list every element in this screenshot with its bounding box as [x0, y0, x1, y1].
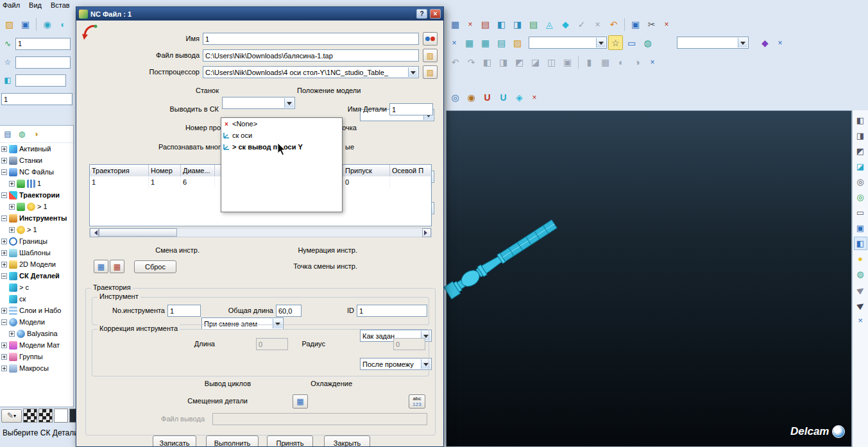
toolpath-list-button[interactable]: ▦ [94, 260, 108, 273]
expand-icon[interactable] [1, 366, 7, 371]
tree-item-2dmodels[interactable]: 2D Модели [0, 258, 73, 270]
zoom-out-icon[interactable]: ◎ [854, 175, 867, 189]
close-measurebar-icon[interactable]: × [528, 91, 541, 104]
delete-icon[interactable]: × [464, 18, 477, 31]
expand-icon[interactable] [9, 227, 15, 233]
tool-no-input[interactable]: 1 [167, 305, 201, 317]
zoom-window-icon[interactable]: ▭ [854, 206, 867, 219]
cursor-icon[interactable]: ▶ [851, 280, 868, 299]
tree-item-workplane-1[interactable]: > с [0, 282, 73, 293]
tree-item-machines[interactable]: Станки [0, 155, 73, 166]
baluster-model[interactable] [441, 207, 576, 316]
expand-icon[interactable] [9, 181, 15, 187]
cube-pair-icon[interactable]: ◧ [494, 17, 509, 31]
star-icon[interactable]: ☆ [1, 56, 14, 69]
block-icon[interactable]: ◉ [40, 17, 55, 31]
parameters-button[interactable] [423, 32, 438, 46]
wave-icon[interactable]: ∿ [1, 37, 14, 50]
view-iso3-icon[interactable]: ◩ [512, 55, 527, 69]
view-right-icon[interactable]: ◪ [854, 160, 867, 173]
expand-icon[interactable] [1, 146, 7, 152]
gem-icon[interactable]: ◈ [512, 90, 527, 105]
expand-icon[interactable] [1, 239, 7, 244]
col-diameter[interactable]: Диаме... [181, 165, 215, 176]
view-iso2-icon[interactable]: ◨ [496, 55, 511, 69]
shade-half2-icon[interactable]: ◑ [630, 55, 645, 69]
expand-icon[interactable] [1, 250, 7, 256]
reset-button[interactable]: Сброс [134, 260, 176, 273]
save-project-icon[interactable]: ▣ [18, 17, 33, 31]
view-top-icon[interactable]: ▣ [560, 55, 575, 69]
orient-prev-icon[interactable]: ↶ [448, 55, 463, 69]
scissors-icon[interactable]: ✂ [644, 17, 659, 31]
tree-item-macros[interactable]: Макросы [0, 362, 73, 374]
collapse-icon[interactable] [1, 319, 7, 325]
col-toolpath[interactable]: Траектория [90, 165, 149, 176]
close-viewbar-icon[interactable]: × [646, 56, 659, 69]
view-front-icon[interactable]: ◩ [854, 144, 867, 158]
collapse-icon[interactable] [1, 192, 7, 198]
accept-button[interactable]: Принять [267, 435, 313, 447]
grid-table-icon[interactable]: ▦ [462, 35, 477, 50]
tree-item-ncfiles[interactable]: NC Файлы [0, 166, 73, 178]
collapse-icon[interactable] [1, 169, 7, 175]
close-panel-icon[interactable]: × [774, 37, 787, 49]
offset-table-button[interactable]: ▦ [293, 394, 308, 409]
scroll-thumb[interactable] [99, 228, 177, 237]
collapse-icon[interactable] [1, 215, 7, 221]
open-folder-icon[interactable]: ▨ [510, 35, 525, 50]
dialog-titlebar[interactable]: NC Файл : 1 ? × [76, 7, 443, 21]
tree-item-ncfile-1[interactable]: 1 [0, 178, 73, 189]
undo-icon[interactable]: ↶ [606, 17, 621, 31]
browse-postprocessor-button[interactable]: ▨ [423, 65, 438, 79]
tree-item-groups[interactable]: Группы [0, 351, 73, 362]
sphere-view-icon[interactable]: ● [854, 252, 867, 266]
macro-tool-icon[interactable]: ◆ [758, 35, 772, 50]
expand-icon[interactable] [1, 342, 7, 348]
globe-icon[interactable]: ◍ [640, 35, 655, 50]
tree-item-active[interactable]: Активный [0, 143, 73, 155]
col-allowance[interactable]: Припуск [343, 165, 390, 176]
grid-view-icon[interactable]: ▦ [598, 55, 613, 69]
name-input[interactable]: 1 [203, 33, 419, 45]
total-length-input[interactable]: 60,0 [276, 305, 302, 317]
split-view-icon[interactable]: ▮ [582, 55, 597, 69]
undercut2-icon[interactable]: U [496, 90, 511, 105]
shading-checker2-icon[interactable] [38, 409, 53, 423]
monitor-icon[interactable]: ▭ [624, 35, 639, 50]
clamp-icon[interactable]: ◑ [30, 128, 42, 140]
close-view-icon[interactable]: × [448, 37, 461, 49]
tree-item-toolpaths[interactable]: Траектории [0, 189, 73, 201]
menu-file[interactable]: Файл [3, 1, 20, 9]
part-name-input[interactable]: 1 [389, 103, 433, 115]
tree-item-models[interactable]: Модели [0, 316, 73, 328]
output-file-input[interactable]: C:\Users\Nik\Downloads\балясина-1.tap [203, 49, 419, 62]
tree-item-workplane-2[interactable]: ск [0, 293, 73, 305]
view-iso1-icon[interactable]: ◧ [480, 55, 495, 69]
browse-output-button[interactable]: ▨ [423, 49, 438, 62]
chevron-down-icon[interactable] [408, 67, 418, 77]
stock-icon[interactable]: ◐ [56, 17, 71, 31]
cs-option-axes[interactable]: ск оси [221, 130, 342, 141]
tree-item-model-balyasina[interactable]: Balyasina [0, 328, 73, 339]
help-button[interactable]: ? [416, 9, 427, 19]
search-star-icon[interactable]: ☆ [608, 35, 623, 50]
graduate-cap-icon[interactable]: ◬ [542, 17, 557, 31]
stack-icon[interactable]: ▤ [526, 17, 541, 31]
view-top-icon[interactable]: ◨ [854, 129, 867, 142]
abc123-button[interactable]: abc 123 [409, 394, 425, 409]
draw-mode-combo[interactable]: ✎▾ [1, 409, 22, 423]
open-project-icon[interactable]: ▨ [2, 17, 17, 31]
pick-cursor-icon[interactable]: ▶ [851, 296, 868, 314]
cube-pair2-icon[interactable]: ◨ [510, 17, 525, 31]
table-icon[interactable]: ▤ [478, 17, 493, 31]
tree-item-templates[interactable]: Шаблоны [0, 247, 73, 258]
view-iso-icon[interactable]: ◧ [854, 114, 867, 127]
cs-dropdown-list[interactable]: × <None> ск оси > ск вывод по оси Y [221, 117, 343, 212]
cube-dropdown-icon[interactable]: ◧ [1, 74, 14, 87]
toolpath-combo[interactable] [529, 37, 607, 49]
table-scrollbar[interactable] [89, 228, 432, 237]
shade-half1-icon[interactable]: ◐ [614, 55, 629, 69]
expand-icon[interactable] [9, 204, 15, 210]
shading-checker-icon[interactable] [23, 409, 37, 423]
